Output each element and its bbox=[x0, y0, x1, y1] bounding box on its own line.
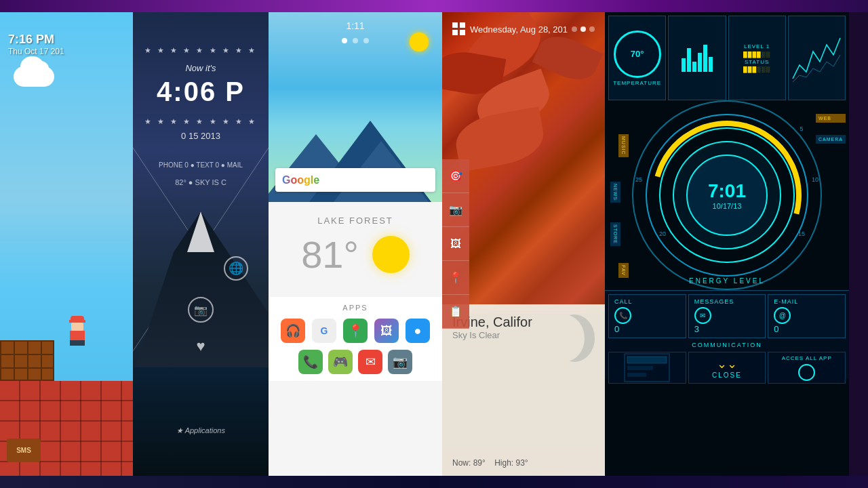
screen2-date: 0 15 2013 bbox=[133, 131, 269, 141]
screen2-weather: 82° ● SKY IS C bbox=[133, 178, 269, 186]
stats-widget1 bbox=[668, 16, 726, 100]
svg-rect-9 bbox=[627, 366, 653, 370]
camera-app[interactable]: 📷 bbox=[388, 350, 412, 374]
close-text: CLOSE bbox=[712, 371, 742, 379]
status-dots bbox=[572, 26, 595, 32]
mario-hat bbox=[71, 316, 84, 321]
water-reflection bbox=[133, 367, 269, 476]
menu-btn5[interactable]: 📋 bbox=[442, 295, 469, 329]
temp-circle: 70° bbox=[614, 30, 661, 78]
apps-label: APPS bbox=[279, 304, 432, 312]
chrome-app[interactable]: G bbox=[312, 319, 336, 343]
email-widget[interactable]: E-MAIL @ 0 bbox=[768, 294, 846, 338]
screen3-time: 1:11 bbox=[269, 20, 442, 31]
apps-text: ACCES ALL APP bbox=[782, 355, 832, 361]
svg-text:10: 10 bbox=[812, 176, 818, 183]
screen2-mountain: ★ ★ ★ ★ ★ ★ ★ ★ ★ Now it's 4:06 P ★ ★ ★ … bbox=[133, 12, 269, 476]
dot1 bbox=[572, 26, 577, 32]
moon-icon bbox=[554, 314, 595, 362]
call-title: CALL bbox=[614, 298, 680, 305]
svg-text:5: 5 bbox=[800, 125, 803, 132]
action-row: ⌄⌄ CLOSE ACCES ALL APP bbox=[608, 352, 846, 384]
weather-section: LAKE FOREST 81° bbox=[269, 202, 442, 290]
dot2 bbox=[353, 38, 358, 43]
energy-label: ENERGY LEVEL bbox=[632, 277, 822, 285]
camera-label[interactable]: CAMERA bbox=[816, 135, 846, 144]
sms-icon[interactable]: SMS bbox=[7, 439, 41, 462]
stats-widget3 bbox=[788, 16, 846, 100]
stars-top: ★ ★ ★ ★ ★ ★ ★ ★ ★ bbox=[133, 46, 269, 55]
svg-text:25: 25 bbox=[635, 176, 642, 183]
gc4 bbox=[460, 30, 465, 35]
temperature-widget: 70° TEMPERATURE bbox=[608, 16, 666, 100]
dot2 bbox=[580, 26, 586, 32]
dot3 bbox=[363, 38, 369, 43]
gc2 bbox=[460, 22, 465, 28]
screen5-hud: 70° TEMPERATURE LEVEL 1 bbox=[605, 12, 849, 476]
menu-btn3[interactable]: 🖼 bbox=[442, 227, 469, 261]
heart-icon[interactable]: ♥ bbox=[196, 338, 205, 355]
high-temp: High: 93° bbox=[494, 458, 528, 468]
menu-btn2[interactable]: 📷 bbox=[442, 193, 469, 227]
news-label[interactable]: NEWS bbox=[610, 182, 620, 203]
all-apps-button[interactable]: ACCES ALL APP bbox=[768, 352, 846, 384]
city-name: LAKE FOREST bbox=[282, 216, 429, 226]
gmail-app[interactable]: ✉ bbox=[358, 350, 382, 374]
game-app[interactable]: 🎮 bbox=[328, 350, 353, 374]
maps-app[interactable]: 📍 bbox=[343, 319, 368, 343]
menu-btn4[interactable]: 📍 bbox=[442, 261, 469, 295]
messages-value: 3 bbox=[694, 324, 760, 334]
bottom-gradient-bar bbox=[0, 476, 868, 488]
music-label[interactable]: MUSIC bbox=[618, 134, 629, 157]
comm-label: COMMUNICATION bbox=[608, 340, 846, 350]
grid-menu-icon[interactable] bbox=[452, 22, 466, 36]
google-search-bar[interactable]: Google bbox=[275, 168, 435, 192]
messages-title: MESSAGES bbox=[694, 298, 760, 305]
radar-section: MUSIC NEWS STORE FAV 5 10 bbox=[605, 100, 849, 290]
svg-rect-10 bbox=[627, 373, 646, 377]
mario-pants bbox=[70, 340, 85, 346]
top-gradient-bar bbox=[0, 0, 868, 12]
messages-widget[interactable]: MESSAGES ✉ 3 bbox=[688, 294, 766, 338]
google-text: Google bbox=[282, 174, 319, 186]
screen4-android: Wednesday, Aug 28, 201 🎯 📷 🖼 📍 📋 Irvine,… bbox=[442, 12, 605, 476]
extra-app[interactable]: ● bbox=[406, 319, 430, 343]
web-label[interactable]: WEB bbox=[816, 114, 846, 123]
store-label[interactable]: STORE bbox=[610, 222, 620, 246]
temp-value: 70° bbox=[631, 49, 644, 59]
screen2-time: 4:06 P bbox=[133, 77, 269, 107]
sun-icon-top bbox=[410, 33, 429, 52]
close-button[interactable]: ⌄⌄ CLOSE bbox=[688, 352, 766, 384]
phone-app[interactable]: 📞 bbox=[298, 350, 323, 374]
screens-container: 7:16 PM Thu Oct 17 201 SMS ★ ★ ★ ★ ★ bbox=[0, 12, 868, 476]
camera-icon[interactable]: 📷 bbox=[188, 297, 214, 323]
call-widget[interactable]: CALL 📞 0 bbox=[608, 294, 686, 338]
radar-display: 5 10 15 20 25 7:01 10/17/13 ENERGY LEVEL bbox=[632, 100, 822, 290]
temperature-info: Now: 89° High: 93° bbox=[452, 458, 528, 468]
mario-face bbox=[71, 323, 83, 331]
globe-icon[interactable]: 🌐 bbox=[224, 256, 248, 281]
communication-section: CALL 📞 0 MESSAGES ✉ 3 E-MAIL @ 0 COMMUNI… bbox=[605, 290, 849, 378]
right-nav-labels: WEB CAMERA bbox=[816, 114, 846, 144]
screen1-date: Thu Oct 17 201 bbox=[8, 47, 64, 56]
screen2-stats: PHONE 0 ● TEXT 0 ● MAIL bbox=[133, 161, 269, 169]
screen4-weather-bottom: Irvine, Califor Sky Is Clear Now: 89° Hi… bbox=[442, 304, 605, 476]
svg-rect-8 bbox=[627, 357, 667, 363]
now-text: Now it's bbox=[133, 63, 269, 73]
radar-time-display: 7:01 10/17/13 bbox=[708, 180, 746, 210]
call-value: 0 bbox=[614, 324, 680, 334]
fav-label[interactable]: FAV bbox=[618, 263, 629, 278]
now-temp: Now: 89° bbox=[452, 458, 486, 468]
headphones-app[interactable]: 🎧 bbox=[281, 319, 305, 343]
screen3-top: 1:11 Google bbox=[269, 12, 442, 202]
screen3-weather: 1:11 Google LAKE FOREST 81° APPS 🎧 G bbox=[269, 12, 442, 476]
app-icons-row2: 📞 🎮 ✉ 📷 bbox=[279, 350, 432, 374]
gallery-app[interactable]: 🖼 bbox=[374, 319, 399, 343]
screen1-time: 7:16 PM bbox=[8, 33, 64, 47]
apps-label: ★ Applications bbox=[133, 426, 269, 435]
email-value: 0 bbox=[774, 324, 840, 334]
screen4-side-menu: 🎯 📷 🖼 📍 📋 bbox=[442, 159, 469, 329]
menu-btn1[interactable]: 🎯 bbox=[442, 159, 469, 193]
temp-row: 81° bbox=[282, 232, 429, 277]
hud-detail-widget bbox=[608, 352, 686, 384]
